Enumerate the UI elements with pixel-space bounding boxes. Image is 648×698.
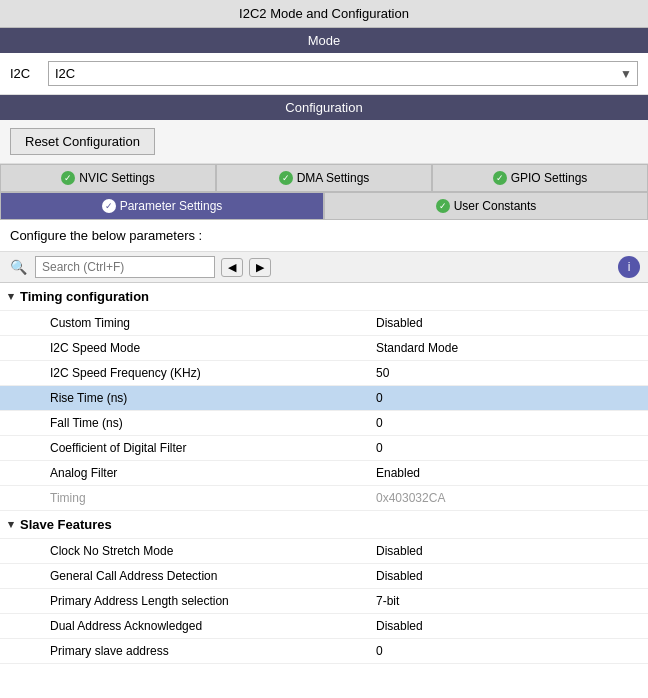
tab-parameter-settings[interactable]: ✓ Parameter Settings: [0, 192, 324, 220]
table-row[interactable]: Rise Time (ns)0: [0, 386, 648, 411]
mode-section-header: Mode: [0, 28, 648, 53]
prev-button[interactable]: ◀: [221, 258, 243, 277]
param-name-0-1: I2C Speed Mode: [0, 336, 368, 360]
tabs-row1: ✓ NVIC Settings ✓ DMA Settings ✓ GPIO Se…: [0, 164, 648, 192]
param-value-0-6: Enabled: [368, 461, 648, 485]
chevron-timing-icon: ▾: [8, 290, 14, 303]
param-name-0-5: Coefficient of Digital Filter: [0, 436, 368, 460]
param-value-1-3: Disabled: [368, 614, 648, 638]
reset-configuration-button[interactable]: Reset Configuration: [10, 128, 155, 155]
table-row[interactable]: Clock No Stretch ModeDisabled: [0, 539, 648, 564]
user-check-icon: ✓: [436, 199, 450, 213]
tab-dma-label: DMA Settings: [297, 171, 370, 185]
tab-params-label: Parameter Settings: [120, 199, 223, 213]
reset-btn-row: Reset Configuration: [0, 120, 648, 164]
nvic-check-icon: ✓: [61, 171, 75, 185]
table-row[interactable]: Primary Address Length selection7-bit: [0, 589, 648, 614]
info-button[interactable]: i: [618, 256, 640, 278]
param-name-0-6: Analog Filter: [0, 461, 368, 485]
param-value-0-7: 0x403032CA: [368, 486, 648, 510]
table-row[interactable]: Analog FilterEnabled: [0, 461, 648, 486]
table-row[interactable]: General Call Address DetectionDisabled: [0, 564, 648, 589]
param-name-1-1: General Call Address Detection: [0, 564, 368, 588]
param-name-0-2: I2C Speed Frequency (KHz): [0, 361, 368, 385]
param-value-0-3: 0: [368, 386, 648, 410]
param-value-1-2: 7-bit: [368, 589, 648, 613]
search-input[interactable]: [35, 256, 215, 278]
dma-check-icon: ✓: [279, 171, 293, 185]
param-name-0-7: Timing: [0, 486, 368, 510]
param-value-1-4: 0: [368, 639, 648, 663]
param-value-1-1: Disabled: [368, 564, 648, 588]
param-value-0-5: 0: [368, 436, 648, 460]
i2c-label: I2C: [10, 66, 40, 81]
tab-user-constants[interactable]: ✓ User Constants: [324, 192, 648, 220]
search-icon[interactable]: 🔍: [8, 257, 29, 277]
param-value-0-1: Standard Mode: [368, 336, 648, 360]
table-row[interactable]: I2C Speed Frequency (KHz)50: [0, 361, 648, 386]
configuration-section-header: Configuration: [0, 95, 648, 120]
param-name-1-0: Clock No Stretch Mode: [0, 539, 368, 563]
next-button[interactable]: ▶: [249, 258, 271, 277]
configure-text: Configure the below parameters :: [0, 220, 648, 252]
tab-dma-settings[interactable]: ✓ DMA Settings: [216, 164, 432, 192]
mode-row: I2C I2C ▼: [0, 53, 648, 95]
group-timing[interactable]: ▾Timing configuration: [0, 283, 648, 311]
tab-nvic-label: NVIC Settings: [79, 171, 154, 185]
tabs-row2: ✓ Parameter Settings ✓ User Constants: [0, 192, 648, 220]
param-value-1-0: Disabled: [368, 539, 648, 563]
params-check-icon: ✓: [102, 199, 116, 213]
param-name-0-3: Rise Time (ns): [0, 386, 368, 410]
param-value-0-4: 0: [368, 411, 648, 435]
i2c-select-wrapper: I2C ▼: [48, 61, 638, 86]
param-name-1-3: Dual Address Acknowledged: [0, 614, 368, 638]
param-name-0-0: Custom Timing: [0, 311, 368, 335]
param-name-0-4: Fall Time (ns): [0, 411, 368, 435]
tab-nvic-settings[interactable]: ✓ NVIC Settings: [0, 164, 216, 192]
tab-gpio-label: GPIO Settings: [511, 171, 588, 185]
tab-gpio-settings[interactable]: ✓ GPIO Settings: [432, 164, 648, 192]
group-slave[interactable]: ▾Slave Features: [0, 511, 648, 539]
table-row[interactable]: Fall Time (ns)0: [0, 411, 648, 436]
chevron-slave-icon: ▾: [8, 518, 14, 531]
table-row[interactable]: Dual Address AcknowledgedDisabled: [0, 614, 648, 639]
window-title: I2C2 Mode and Configuration: [0, 0, 648, 28]
group-slave-label: Slave Features: [20, 517, 112, 532]
toolbar: 🔍 ◀ ▶ i: [0, 252, 648, 283]
table-row[interactable]: Coefficient of Digital Filter0: [0, 436, 648, 461]
params-table: ▾Timing configurationCustom TimingDisabl…: [0, 283, 648, 664]
i2c-select[interactable]: I2C: [48, 61, 638, 86]
table-row[interactable]: Custom TimingDisabled: [0, 311, 648, 336]
group-timing-label: Timing configuration: [20, 289, 149, 304]
gpio-check-icon: ✓: [493, 171, 507, 185]
tab-user-label: User Constants: [454, 199, 537, 213]
param-name-1-2: Primary Address Length selection: [0, 589, 368, 613]
table-row[interactable]: Timing0x403032CA: [0, 486, 648, 511]
param-value-0-0: Disabled: [368, 311, 648, 335]
param-name-1-4: Primary slave address: [0, 639, 368, 663]
table-row[interactable]: I2C Speed ModeStandard Mode: [0, 336, 648, 361]
param-value-0-2: 50: [368, 361, 648, 385]
table-row[interactable]: Primary slave address0: [0, 639, 648, 664]
